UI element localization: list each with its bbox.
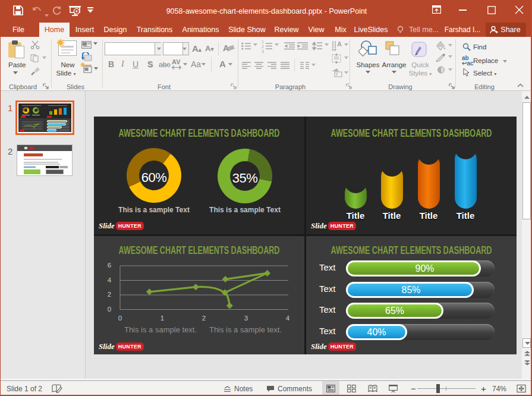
svg-text:A: A <box>337 40 342 48</box>
